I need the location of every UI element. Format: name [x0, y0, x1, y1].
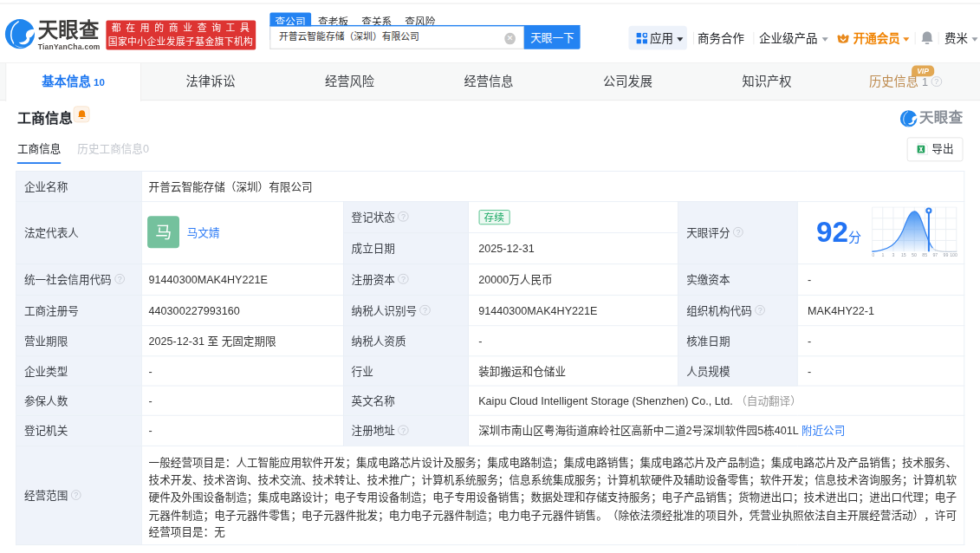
- svg-text:97: 97: [932, 252, 938, 257]
- svg-text:1: 1: [881, 252, 884, 257]
- svg-text:100: 100: [950, 252, 957, 257]
- svg-text:99: 99: [943, 252, 948, 257]
- svg-text:15: 15: [901, 252, 906, 257]
- svg-text:0: 0: [872, 252, 874, 257]
- svg-text:85: 85: [922, 252, 927, 257]
- svg-text:50: 50: [912, 252, 917, 257]
- svg-text:3: 3: [892, 252, 894, 257]
